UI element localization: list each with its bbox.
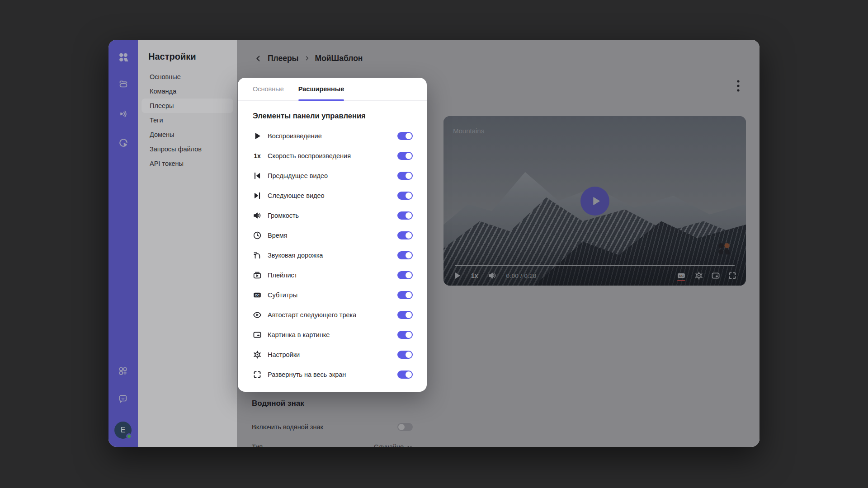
control-label: Субтитры	[268, 291, 297, 299]
apps-plus-icon[interactable]	[118, 366, 128, 376]
live-icon[interactable]	[118, 108, 129, 119]
video-player-preview: Mountains 1x 0:00 /	[443, 116, 746, 286]
player-settings-button[interactable]	[694, 271, 703, 280]
control-label: Автостарт следующего трека	[268, 311, 356, 319]
player-subtitles-button[interactable]: CC	[676, 271, 687, 280]
avatar-initial: E	[121, 426, 126, 434]
more-menu-button[interactable]	[731, 78, 745, 94]
control-toggle-1[interactable]	[397, 152, 413, 160]
player-controls: 1x 0:00 / 0:28 CC	[453, 270, 737, 282]
big-play-button[interactable]	[580, 187, 609, 216]
play-icon	[253, 131, 262, 141]
player-fullscreen-button[interactable]	[728, 271, 737, 280]
control-label: Громкость	[268, 212, 299, 219]
control-toggle-7[interactable]	[397, 271, 413, 279]
player-pip-button[interactable]	[711, 271, 720, 280]
control-label: Развернуть на весь экран	[268, 371, 346, 378]
control-toggle-6[interactable]	[397, 251, 413, 259]
back-chevron-icon[interactable]	[254, 54, 263, 63]
chevron-down-icon	[406, 444, 413, 447]
fullscreen-icon	[253, 370, 262, 379]
control-label: Предыдущее видео	[268, 172, 328, 179]
player-volume-button[interactable]	[488, 271, 497, 280]
settings-panel-title: Настройки	[148, 52, 196, 62]
next-icon	[253, 191, 262, 200]
control-toggle-12[interactable]	[397, 371, 413, 379]
app-window: E Настройки ОсновныеКомандаПлеерыТегиДом…	[108, 40, 760, 447]
control-label: Картинка в картинке	[268, 331, 330, 338]
player-time-display: 0:00 / 0:28	[506, 272, 537, 279]
control-label: Плейлист	[268, 272, 297, 279]
control-row-2: Предыдущее видео	[253, 166, 413, 186]
online-status-dot	[126, 433, 132, 439]
desktop-background: E Настройки ОсновныеКомандаПлеерыТегиДом…	[0, 0, 868, 488]
control-toggle-10[interactable]	[397, 331, 413, 339]
time-icon	[253, 231, 262, 240]
watermark-enable-toggle[interactable]	[397, 423, 413, 431]
settings-nav-item-3[interactable]: Теги	[142, 113, 233, 127]
player-play-button[interactable]	[453, 271, 462, 280]
control-row-4: Громкость	[253, 206, 413, 225]
control-row-5: Время	[253, 225, 413, 245]
settings-nav-item-4[interactable]: Домены	[142, 127, 233, 142]
control-row-0: Воспроизведение	[253, 126, 413, 146]
player-settings-modal: ОсновныеРасширенные Элементы панели упра…	[238, 78, 427, 392]
video-title: Mountains	[453, 127, 484, 135]
control-toggle-11[interactable]	[397, 351, 413, 359]
pip-icon	[253, 330, 262, 339]
chat-icon[interactable]	[118, 394, 128, 404]
modal-tab-1-active[interactable]: Расширенные	[298, 78, 344, 100]
settings-nav-item-5[interactable]: Запросы файлов	[142, 142, 233, 156]
control-toggle-5[interactable]	[397, 231, 413, 239]
control-row-7: Плейлист	[253, 265, 413, 285]
control-toggle-3[interactable]	[397, 192, 413, 200]
control-toggle-9[interactable]	[397, 311, 413, 319]
watermark-enable-label: Включить водяной знак	[252, 423, 323, 431]
control-toggle-2[interactable]	[397, 172, 413, 180]
control-label: Время	[268, 232, 288, 239]
modal-body: Элементы панели управления Воспроизведен…	[238, 101, 427, 385]
settings-icon	[253, 350, 262, 359]
breadcrumb: Плееры МойШаблон	[254, 52, 363, 65]
control-label: Звуковая дорожка	[268, 252, 323, 259]
control-row-11: Настройки	[253, 345, 413, 365]
control-toggle-8[interactable]	[397, 291, 413, 299]
play-icon	[590, 195, 602, 207]
control-row-8: CCСубтитры	[253, 285, 413, 305]
control-row-6: Звуковая дорожка	[253, 245, 413, 265]
modal-tab-0[interactable]: Основные	[253, 78, 284, 100]
settings-nav-item-0[interactable]: Основные	[142, 70, 233, 84]
breadcrumb-parent[interactable]: Плееры	[268, 54, 299, 63]
progress-bar[interactable]	[455, 265, 735, 266]
watermark-section-title: Водяной знак	[252, 399, 413, 408]
breadcrumb-current: МойШаблон	[315, 54, 363, 63]
watermark-type-label: Тип	[252, 443, 263, 447]
settings-nav-item-2-active[interactable]: Плееры	[142, 99, 233, 113]
settings-nav-item-6[interactable]: API токены	[142, 156, 233, 171]
watermark-section: Водяной знак Включить водяной знак Тип С…	[252, 399, 413, 447]
watermark-enable-row: Включить водяной знак	[252, 420, 413, 434]
control-label: Настройки	[268, 351, 300, 358]
control-row-3: Следующее видео	[253, 186, 413, 206]
controls-list: Воспроизведение1xСкорость воспроизведени…	[253, 126, 413, 385]
watermark-type-row: Тип Случайно	[252, 440, 413, 447]
kinescope-logo-icon[interactable]	[117, 52, 129, 64]
svg-text:CC: CC	[255, 294, 259, 297]
previous-icon	[253, 171, 262, 180]
media-icon[interactable]	[118, 137, 129, 148]
control-toggle-0[interactable]	[397, 132, 413, 140]
autostart-icon	[253, 310, 262, 319]
watermark-type-dropdown[interactable]: Случайно	[374, 443, 413, 447]
control-toggle-4[interactable]	[397, 211, 413, 220]
control-label: Скорость воспроизведения	[268, 152, 351, 160]
avatar[interactable]: E	[114, 422, 132, 439]
watermark-type-value: Случайно	[374, 443, 404, 447]
speed-icon: 1x	[253, 151, 262, 160]
audiotrack-icon	[253, 251, 262, 260]
projects-icon[interactable]	[118, 79, 129, 89]
controls-section-title: Элементы панели управления	[253, 111, 413, 121]
settings-nav-item-1[interactable]: Команда	[142, 84, 233, 99]
player-speed-button[interactable]: 1x	[471, 272, 478, 279]
control-label: Воспроизведение	[268, 132, 322, 140]
control-row-1: 1xСкорость воспроизведения	[253, 146, 413, 166]
